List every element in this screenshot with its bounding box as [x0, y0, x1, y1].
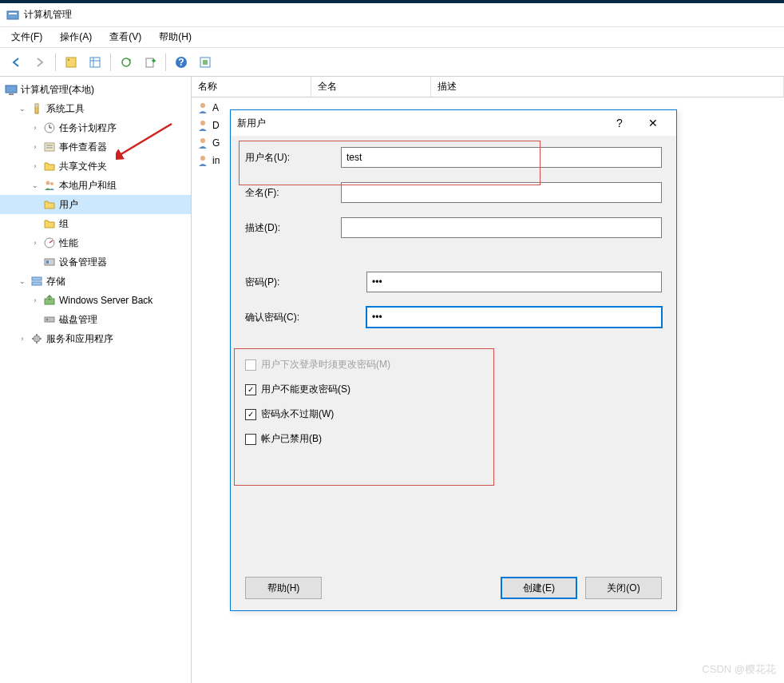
menu-file[interactable]: 文件(F): [3, 28, 50, 46]
help-button[interactable]: 帮助(H): [245, 577, 322, 599]
menu-action[interactable]: 操作(A): [52, 28, 100, 46]
expand-icon[interactable]: ›: [30, 142, 40, 152]
col-name[interactable]: 名称: [192, 77, 311, 97]
app-icon: [6, 9, 19, 22]
tree-event-viewer[interactable]: › 事件查看器: [0, 137, 191, 157]
expand-icon[interactable]: ⌄: [30, 181, 40, 190]
check-cant-change[interactable]: ✓ 用户不能更改密码(S): [245, 383, 662, 396]
col-fullname[interactable]: 全名: [311, 77, 431, 97]
create-button[interactable]: 创建(E): [501, 577, 577, 599]
svg-rect-4: [90, 58, 100, 67]
tree-services[interactable]: › 服务和应用程序: [0, 329, 191, 348]
row-confirm: 确认密码(C):: [245, 307, 662, 328]
close-button[interactable]: 关闭(O): [585, 577, 662, 599]
desc-input[interactable]: [341, 217, 662, 238]
fullname-input[interactable]: [341, 182, 662, 203]
dialog-title: 新用户: [237, 117, 603, 130]
checkbox-icon[interactable]: [245, 434, 256, 445]
tree-label: 本地用户和组: [59, 179, 117, 193]
username-input[interactable]: [341, 147, 662, 168]
tree-shared-folders[interactable]: › 共享文件夹: [0, 157, 191, 176]
svg-point-7: [122, 58, 130, 66]
folder-icon: [43, 198, 56, 211]
tree-disk-mgmt[interactable]: 磁盘管理: [0, 310, 191, 329]
tree-label: 设备管理器: [59, 256, 107, 269]
expand-icon[interactable]: ›: [30, 296, 40, 305]
perf-icon: [43, 236, 56, 249]
toolbar-sep: [55, 54, 56, 71]
svg-point-23: [46, 181, 50, 185]
user-icon: [196, 119, 209, 132]
menu-help[interactable]: 帮助(H): [151, 28, 200, 46]
tree-label: 系统工具: [46, 102, 85, 116]
svg-text:?: ?: [178, 57, 184, 68]
row-fullname: 全名(F):: [245, 182, 662, 203]
confirm-password-input[interactable]: [366, 307, 662, 328]
toolbar-btn-2[interactable]: [84, 51, 106, 73]
dialog-body: 用户名(U): 全名(F): 描述(D): 密码(P): 确认密码(C):: [231, 136, 676, 610]
svg-point-24: [50, 182, 53, 185]
col-desc[interactable]: 描述: [431, 77, 784, 97]
check-label: 用户下次登录时须更改密码(M): [261, 358, 390, 371]
forward-button[interactable]: [29, 51, 51, 73]
tree-storage[interactable]: ⌄ 存储: [0, 272, 191, 291]
back-button[interactable]: [5, 51, 27, 73]
device-icon: [43, 256, 56, 268]
password-label: 密码(P):: [245, 276, 366, 289]
tree-label: 共享文件夹: [59, 160, 107, 173]
checkbox-icon[interactable]: ✓: [245, 409, 256, 420]
svg-rect-2: [66, 58, 76, 67]
computer-icon: [5, 83, 18, 96]
tools-icon: [30, 102, 43, 115]
svg-rect-29: [32, 277, 42, 280]
svg-rect-12: [203, 60, 208, 65]
toolbar: ?: [0, 48, 784, 77]
tree-label: 磁盘管理: [59, 313, 97, 327]
help-button[interactable]: ?: [170, 51, 192, 73]
check-never-expire[interactable]: ✓ 密码永不过期(W): [245, 407, 662, 421]
nav-tree: 计算机管理(本地) ⌄ 系统工具 › 任务计划程序 › 事件查看器 › 共享文件…: [0, 77, 192, 683]
dialog-help-button[interactable]: ?: [603, 117, 636, 129]
svg-point-37: [200, 138, 205, 143]
svg-rect-8: [146, 58, 153, 67]
toolbar-btn-3[interactable]: [194, 51, 216, 73]
menu-view[interactable]: 查看(V): [101, 28, 149, 46]
tree-task-scheduler[interactable]: › 任务计划程序: [0, 118, 191, 137]
window-title: 计算机管理: [24, 8, 72, 22]
close-icon[interactable]: ✕: [636, 112, 670, 134]
tree-label: 服务和应用程序: [46, 332, 113, 346]
check-disabled[interactable]: 帐户已禁用(B): [245, 432, 662, 446]
watermark: CSDN @樱花花: [702, 662, 776, 677]
checkbox-icon: [245, 359, 256, 371]
svg-rect-20: [45, 143, 54, 151]
expand-icon[interactable]: ›: [30, 161, 40, 171]
tree-root[interactable]: 计算机管理(本地): [0, 80, 191, 99]
password-input[interactable]: [366, 272, 662, 292]
svg-rect-0: [7, 11, 18, 19]
tree-local-users[interactable]: ⌄ 本地用户和组: [0, 176, 191, 195]
username-label: 用户名(U):: [245, 151, 341, 165]
toolbar-btn-1[interactable]: [60, 51, 82, 73]
checkbox-icon[interactable]: ✓: [245, 384, 256, 395]
tree-users[interactable]: 用户: [0, 195, 191, 214]
tree-device-mgr[interactable]: 设备管理器: [0, 252, 191, 272]
export-button[interactable]: [139, 51, 161, 73]
tree-system-tools[interactable]: ⌄ 系统工具: [0, 99, 191, 118]
svg-rect-28: [46, 260, 49, 264]
expand-icon[interactable]: ⌄: [18, 104, 27, 113]
expand-icon[interactable]: ›: [30, 238, 40, 248]
tree-performance[interactable]: › 性能: [0, 233, 191, 252]
new-user-dialog: 新用户 ? ✕ 用户名(U): 全名(F): 描述(D): 密码(P): 确认密…: [230, 109, 677, 611]
expand-icon[interactable]: ›: [30, 123, 40, 133]
tree-groups[interactable]: 组: [0, 214, 191, 233]
svg-point-34: [34, 336, 40, 342]
refresh-button[interactable]: [115, 51, 137, 73]
tree-label: 事件查看器: [59, 141, 107, 154]
row-username: 用户名(U):: [245, 147, 662, 168]
tree-wsb[interactable]: › Windows Server Back: [0, 291, 191, 310]
row-desc: 描述(D):: [245, 217, 662, 238]
expand-icon[interactable]: ⌄: [18, 276, 27, 286]
expand-icon[interactable]: ›: [18, 334, 27, 343]
check-must-change: 用户下次登录时须更改密码(M): [245, 358, 662, 371]
dialog-titlebar[interactable]: 新用户 ? ✕: [231, 110, 676, 136]
